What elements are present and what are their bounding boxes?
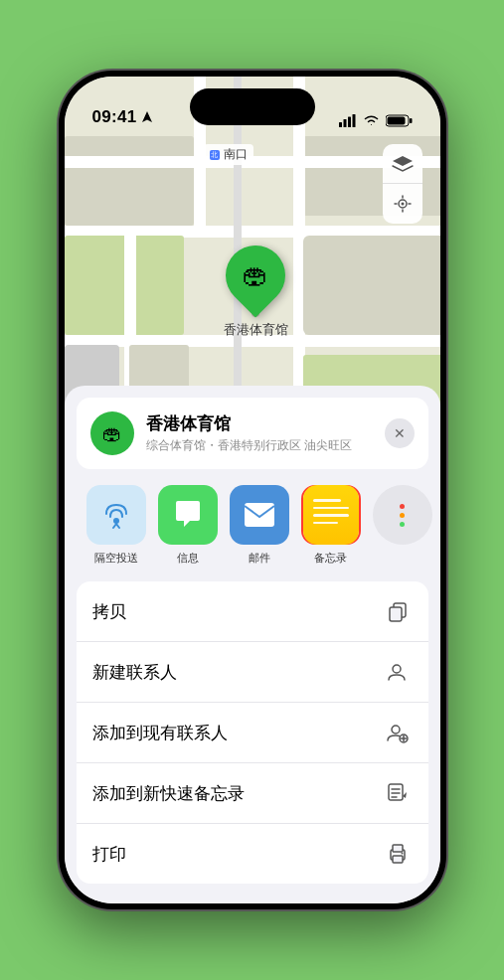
dot-green <box>400 522 405 527</box>
map-layers-icon <box>392 155 414 173</box>
stadium-icon: 🏟 <box>243 260 268 291</box>
map-layers-button[interactable] <box>383 144 422 184</box>
marker-pin: 🏟 <box>214 234 298 318</box>
airdrop-icon-wrap <box>86 485 146 545</box>
svg-rect-6 <box>387 117 405 125</box>
map-north-label: 北 南口 <box>204 144 253 165</box>
svg-point-27 <box>401 853 403 855</box>
person-plus-icon <box>383 718 413 747</box>
wifi-icon <box>363 114 380 127</box>
copy-icon <box>383 596 413 626</box>
share-item-messages[interactable]: 信息 <box>152 485 224 566</box>
mail-icon <box>243 501 276 529</box>
notes-line-3 <box>313 514 349 517</box>
location-name: 香港体育馆 <box>146 412 373 435</box>
airdrop-icon <box>100 499 132 531</box>
svg-point-8 <box>401 203 404 206</box>
svg-rect-2 <box>348 117 351 128</box>
messages-label: 信息 <box>177 551 199 566</box>
dot-red <box>400 504 405 509</box>
notes-label: 备忘录 <box>314 551 347 566</box>
svg-rect-3 <box>352 114 355 127</box>
status-time: 09:41 <box>92 107 137 127</box>
location-icon <box>393 194 413 214</box>
share-item-notes[interactable]: 备忘录 <box>295 485 367 566</box>
location-subtitle: 综合体育馆・香港特别行政区 油尖旺区 <box>146 437 373 454</box>
messages-icon-wrap <box>158 485 218 545</box>
action-print[interactable]: 打印 <box>77 824 428 884</box>
svg-point-15 <box>393 665 401 673</box>
map-controls <box>383 144 422 224</box>
dynamic-island <box>190 88 315 125</box>
action-print-label: 打印 <box>92 843 126 866</box>
location-card: 🏟 香港体育馆 综合体育馆・香港特别行政区 油尖旺区 ✕ <box>77 398 428 469</box>
svg-rect-5 <box>410 118 413 123</box>
map-label-dot: 北 <box>210 150 220 160</box>
svg-rect-25 <box>393 845 403 852</box>
share-item-mail[interactable]: 邮件 <box>224 485 295 566</box>
share-item-airdrop[interactable]: 隔空投送 <box>81 485 152 566</box>
battery-icon <box>386 114 413 127</box>
notes-app-icon <box>303 485 359 545</box>
marker-label: 香港体育馆 <box>224 321 288 339</box>
phone-screen: 09:41 <box>65 77 440 903</box>
phone-frame: 09:41 <box>59 71 446 909</box>
notes-icon-wrap <box>301 485 361 545</box>
stadium-marker: 🏟 香港体育馆 <box>224 245 288 339</box>
svg-rect-1 <box>343 119 346 127</box>
action-add-existing-label: 添加到现有联系人 <box>92 722 228 744</box>
action-quick-note-label: 添加到新快速备忘录 <box>92 782 245 805</box>
dot-orange <box>400 513 405 518</box>
share-item-more[interactable] <box>367 485 438 566</box>
mail-label: 邮件 <box>249 551 270 566</box>
notes-line-1 <box>313 499 342 502</box>
svg-rect-0 <box>339 122 342 127</box>
action-copy[interactable]: 拷贝 <box>77 581 428 642</box>
notes-lines <box>313 499 349 529</box>
airdrop-label: 隔空投送 <box>94 551 138 566</box>
location-venue-icon: 🏟 <box>90 411 134 455</box>
note-icon <box>383 778 413 808</box>
location-button[interactable] <box>383 184 422 224</box>
close-button[interactable]: ✕ <box>385 418 415 448</box>
action-list: 拷贝 新建联系人 <box>77 581 428 884</box>
action-new-contact-label: 新建联系人 <box>92 661 177 684</box>
svg-rect-26 <box>393 856 403 863</box>
action-new-contact[interactable]: 新建联系人 <box>77 642 428 703</box>
bottom-sheet: 🏟 香港体育馆 综合体育馆・香港特别行政区 油尖旺区 ✕ <box>65 386 440 903</box>
action-quick-note[interactable]: 添加到新快速备忘录 <box>77 763 428 824</box>
person-add-icon <box>383 657 413 687</box>
svg-point-16 <box>392 726 400 734</box>
action-add-existing[interactable]: 添加到现有联系人 <box>77 703 428 763</box>
signal-icon <box>339 114 357 127</box>
share-row: 隔空投送 信息 <box>65 469 440 573</box>
location-arrow-icon <box>140 110 154 124</box>
svg-rect-14 <box>390 607 402 621</box>
notes-line-2 <box>313 507 349 510</box>
mail-icon-wrap <box>230 485 289 545</box>
print-icon <box>383 839 413 869</box>
svg-line-11 <box>116 524 119 528</box>
action-copy-label: 拷贝 <box>92 600 126 623</box>
notes-line-4 <box>313 522 338 525</box>
svg-rect-12 <box>245 503 274 527</box>
messages-icon <box>171 498 205 532</box>
more-icon-wrap <box>373 485 432 545</box>
location-info: 香港体育馆 综合体育馆・香港特别行政区 油尖旺区 <box>146 412 373 454</box>
more-dots <box>400 504 405 527</box>
status-icons <box>339 114 413 127</box>
